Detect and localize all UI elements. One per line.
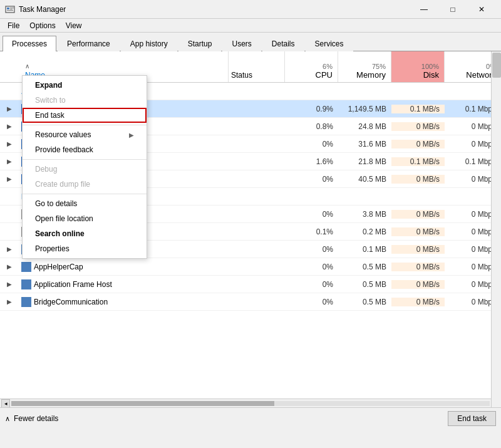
row-expand-icon[interactable]: ▶	[0, 175, 19, 182]
row-expand-icon[interactable]: ▶	[0, 140, 19, 147]
tabbar: Processes Performance App history Startu…	[0, 33, 501, 51]
ctx-debug[interactable]: Debug	[23, 162, 147, 177]
row-memory: 24.8 MB	[338, 122, 391, 131]
end-task-button[interactable]: End task	[448, 411, 496, 426]
row-memory: 0.5 MB	[338, 280, 391, 289]
svg-rect-3	[10, 9, 13, 9]
row-expand-icon[interactable]: ▶	[0, 246, 19, 253]
tab-processes[interactable]: Processes	[3, 36, 56, 51]
tab-startup[interactable]: Startup	[178, 36, 222, 51]
row-disk: 0.1 MB/s	[391, 157, 445, 166]
row-cpu: 0%	[285, 140, 338, 148]
row-memory: 21.8 MB	[338, 157, 391, 166]
ctx-resource-values[interactable]: Resource values ▶	[23, 127, 147, 142]
titlebar: Task Manager — □ ✕	[0, 0, 501, 19]
tab-app-history[interactable]: App history	[121, 36, 177, 51]
sort-arrow-icon[interactable]: ∧	[25, 63, 228, 70]
fewer-details-label: Fewer details	[14, 414, 58, 423]
row-disk: 0 MB/s	[391, 263, 445, 271]
hscroll-track[interactable]	[11, 401, 490, 406]
ctx-sep-3	[23, 194, 147, 194]
row-name-wrap: BridgeCommunication	[19, 297, 229, 307]
row-expand-icon[interactable]: ▶	[0, 105, 19, 112]
row-expand-icon[interactable]: ▶	[0, 123, 19, 130]
disk-label: Disk	[423, 70, 439, 80]
table-row[interactable]: ▶ BridgeCommunication 0% 0.5 MB 0 MB/s 0…	[0, 293, 501, 311]
ctx-search-online[interactable]: Search online	[23, 226, 147, 241]
titlebar-icon	[5, 4, 15, 14]
cpu-pct: 6%	[323, 63, 333, 70]
tab-performance[interactable]: Performance	[58, 36, 120, 51]
ctx-create-dump[interactable]: Create dump file	[23, 177, 147, 192]
menu-view[interactable]: View	[61, 20, 87, 31]
context-menu: Expand Switch to End task Resource value…	[22, 75, 147, 259]
header-status-col: Status	[229, 51, 285, 82]
row-cpu: 0.8%	[285, 122, 338, 131]
cpu-label: CPU	[316, 70, 333, 80]
menubar: File Options View	[0, 19, 501, 33]
tab-users[interactable]: Users	[222, 36, 261, 51]
svc-icon	[21, 297, 31, 307]
header-cpu-col[interactable]: 6% CPU	[285, 51, 338, 82]
tab-details[interactable]: Details	[262, 36, 304, 51]
memory-pct: 75%	[372, 63, 386, 70]
row-memory: 3.8 MB	[338, 210, 391, 219]
row-disk: 0 MB/s	[391, 280, 445, 289]
svc-icon	[21, 262, 31, 272]
header-memory-col[interactable]: 75% Memory	[338, 51, 391, 82]
row-cpu: 1.6%	[285, 157, 338, 166]
row-disk: 0 MB/s	[391, 245, 445, 254]
hscroll-left-button[interactable]: ◂	[1, 399, 10, 408]
menu-options[interactable]: Options	[24, 20, 60, 31]
svc-icon	[21, 279, 31, 289]
row-disk: 0 MB/s	[391, 122, 445, 131]
horizontal-scrollbar[interactable]: ◂ ▸	[0, 399, 501, 407]
row-memory: 31.6 MB	[338, 140, 391, 148]
row-memory: 0.5 MB	[338, 263, 391, 271]
svg-rect-1	[7, 8, 9, 9]
svg-rect-2	[10, 8, 14, 8]
table-row[interactable]: ▶ Application Frame Host 0% 0.5 MB 0 MB/…	[0, 276, 501, 293]
row-cpu: 0.9%	[285, 105, 338, 113]
row-name-wrap: AppHelperCap	[19, 262, 229, 272]
titlebar-controls: — □ ✕	[410, 0, 496, 19]
row-disk: 0 MB/s	[391, 210, 445, 219]
disk-pct: 100%	[421, 63, 439, 70]
row-cpu: 0%	[285, 280, 338, 289]
table-row[interactable]: ▶ AppHelperCap 0% 0.5 MB 0 MB/s 0 Mbps	[0, 258, 501, 276]
ctx-open-file-location[interactable]: Open file location	[23, 211, 147, 226]
row-memory: 0.2 MB	[338, 227, 391, 236]
scroll-thumb[interactable]	[492, 53, 501, 78]
main-content: ∧ Name Status 6% CPU 75% Memory 100% Dis…	[0, 51, 501, 407]
vertical-scrollbar[interactable]	[491, 51, 501, 407]
ctx-properties[interactable]: Properties	[23, 241, 147, 256]
row-memory: 0.1 MB	[338, 245, 391, 254]
ctx-resource-label: Resource values	[35, 130, 91, 139]
row-disk: 0 MB/s	[391, 175, 445, 184]
fewer-details-button[interactable]: ∧ Fewer details	[5, 414, 58, 423]
row-expand-icon[interactable]: ▶	[0, 281, 19, 288]
ctx-end-task[interactable]: End task	[23, 108, 147, 123]
row-expand-icon[interactable]: ▶	[0, 298, 19, 305]
ctx-provide-feedback[interactable]: Provide feedback	[23, 142, 147, 157]
row-cpu: 0%	[285, 245, 338, 254]
memory-label: Memory	[356, 70, 386, 80]
ctx-switch-to[interactable]: Switch to	[23, 93, 147, 108]
tab-services[interactable]: Services	[306, 36, 353, 51]
row-expand-icon[interactable]: ▶	[0, 263, 19, 270]
col-header-status[interactable]: Status	[231, 71, 284, 80]
maximize-button[interactable]: □	[438, 0, 467, 19]
header-disk-col[interactable]: 100% Disk	[391, 51, 445, 82]
ctx-sep-1	[23, 125, 147, 125]
row-cpu: 0%	[285, 175, 338, 184]
ctx-expand[interactable]: Expand	[23, 78, 147, 93]
menu-file[interactable]: File	[3, 20, 24, 31]
close-button[interactable]: ✕	[467, 0, 496, 19]
row-memory: 1,149.5 MB	[338, 105, 391, 113]
row-name: BridgeCommunication	[34, 298, 229, 306]
row-expand-icon[interactable]: ▶	[0, 158, 19, 165]
fewer-details-arrow: ∧	[5, 415, 10, 423]
minimize-button[interactable]: —	[410, 0, 438, 19]
ctx-go-to-details[interactable]: Go to details	[23, 196, 147, 211]
hscroll-thumb[interactable]	[11, 401, 274, 406]
